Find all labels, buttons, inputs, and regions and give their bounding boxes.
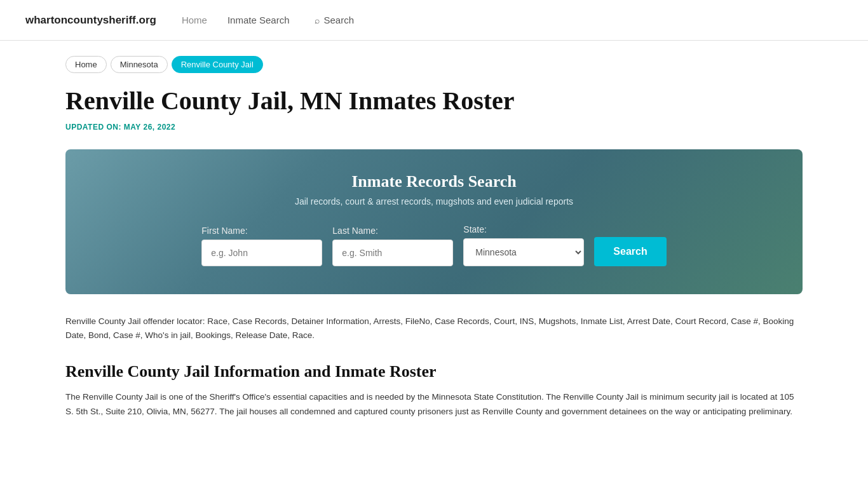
search-button[interactable]: Search [594, 237, 666, 266]
header-search[interactable]: ⌕ Search [315, 15, 354, 25]
nav-links: Home Inmate Search [182, 15, 290, 26]
state-label: State: [463, 224, 584, 234]
section-title: Renville County Jail Information and Inm… [65, 362, 803, 381]
nav-link-home[interactable]: Home [182, 15, 207, 25]
updated-date-value: MAY 26, 2022 [124, 123, 175, 132]
last-name-group: Last Name: [332, 226, 453, 266]
description-text: Renville County Jail offender locator: R… [65, 315, 803, 342]
updated-date: UPDATED ON: MAY 26, 2022 [65, 123, 803, 132]
breadcrumb-renville[interactable]: Renville County Jail [172, 56, 263, 73]
site-header: whartoncountysheriff.org Home Inmate Sea… [0, 0, 868, 41]
section-body: The Renville County Jail is one of the S… [65, 390, 803, 419]
first-name-input[interactable] [201, 240, 322, 266]
site-logo: whartoncountysheriff.org [25, 14, 156, 27]
updated-label: UPDATED ON: [65, 123, 124, 132]
last-name-input[interactable] [332, 240, 453, 266]
nav-item-inmate-search[interactable]: Inmate Search [227, 15, 290, 26]
state-group: State: MinnesotaAlabamaAlaskaArizonaArka… [463, 224, 584, 266]
search-icon: ⌕ [315, 15, 320, 25]
nav-item-home[interactable]: Home [182, 15, 207, 26]
state-select[interactable]: MinnesotaAlabamaAlaskaArizonaArkansasCal… [463, 238, 584, 266]
breadcrumb-home[interactable]: Home [65, 56, 107, 73]
header-search-label: Search [323, 15, 354, 25]
widget-subtitle: Jail records, court & arrest records, mu… [91, 196, 777, 207]
widget-title: Inmate Records Search [91, 172, 777, 191]
main-content: Home Minnesota Renville County Jail Renv… [40, 41, 828, 445]
inmate-search-form: First Name: Last Name: State: MinnesotaA… [91, 224, 777, 266]
last-name-label: Last Name: [332, 226, 453, 236]
first-name-group: First Name: [201, 226, 322, 266]
first-name-label: First Name: [201, 226, 322, 236]
page-title: Renville County Jail, MN Inmates Roster [65, 86, 803, 116]
breadcrumb-minnesota[interactable]: Minnesota [111, 56, 168, 73]
main-nav: Home Inmate Search [182, 15, 290, 26]
search-widget: Inmate Records Search Jail records, cour… [65, 149, 803, 294]
breadcrumb: Home Minnesota Renville County Jail [65, 56, 803, 73]
nav-link-inmate-search[interactable]: Inmate Search [227, 15, 290, 25]
